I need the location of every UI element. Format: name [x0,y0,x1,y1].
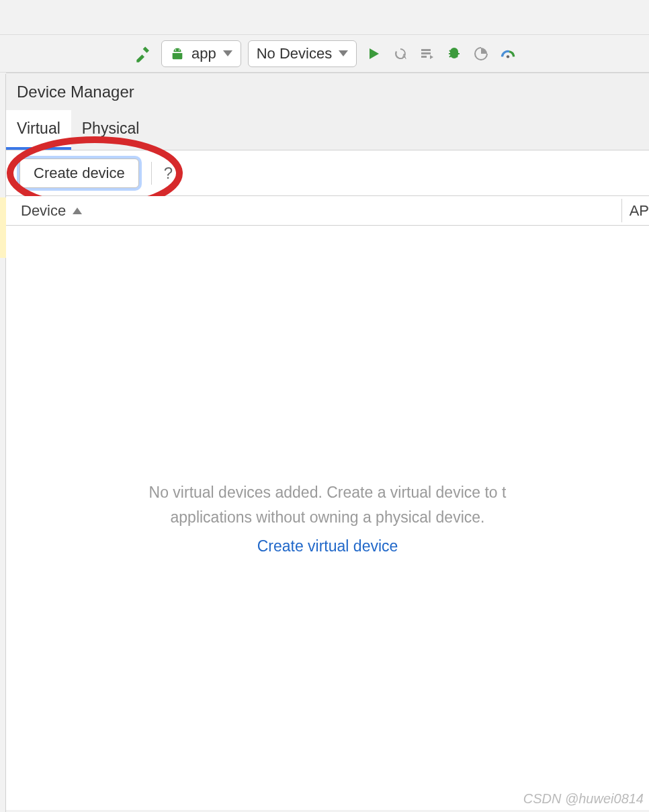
chevron-down-icon [339,50,348,56]
action-bar: Create device ? [6,150,649,196]
create-device-label: Create device [34,165,125,182]
svg-point-1 [179,49,180,50]
panel-title: Device Manager [17,83,134,101]
main-toolbar: app No Devices A [0,35,649,73]
watermark: CSDN @huwei0814 [523,791,644,807]
empty-message: No virtual devices added. Create a virtu… [149,480,507,530]
svg-point-4 [507,55,509,58]
android-icon [170,46,185,61]
empty-state: No virtual devices added. Create a virtu… [6,226,649,810]
panel-title-bar: Device Manager [6,73,649,110]
profiler-icon[interactable] [471,46,491,62]
apply-code-changes-icon[interactable] [417,46,437,62]
chevron-down-icon [223,50,232,56]
gutter-highlight [0,197,6,258]
column-device[interactable]: Device [21,202,66,220]
create-device-button[interactable]: Create device [19,159,139,188]
empty-line-2: applications without owning a physical d… [171,508,485,526]
top-gray-strip [0,0,649,35]
separator [151,162,152,185]
table-header: Device AP [6,196,649,226]
tab-physical-label: Physical [82,120,140,138]
column-divider [621,199,622,222]
empty-line-1: No virtual devices added. Create a virtu… [149,484,507,501]
svg-point-0 [175,49,176,50]
tab-virtual[interactable]: Virtual [6,110,71,150]
device-dropdown-label: No Devices [257,45,332,62]
build-icon[interactable] [134,44,155,63]
run-icon[interactable] [363,46,384,62]
sort-asc-icon [73,208,82,214]
run-config-dropdown[interactable]: app [161,40,241,67]
run-config-label: app [191,45,216,62]
gauge-icon[interactable] [498,45,518,62]
device-dropdown[interactable]: No Devices [248,40,357,67]
svg-point-3 [451,49,458,57]
create-virtual-device-link[interactable]: Create virtual device [257,537,398,555]
tab-virtual-label: Virtual [17,120,60,138]
debug-icon[interactable] [444,46,464,62]
apply-changes-icon[interactable]: A [390,46,410,62]
help-icon[interactable]: ? [164,164,173,183]
svg-text:A: A [402,53,406,60]
column-api[interactable]: AP [630,202,649,220]
device-tabs: Virtual Physical [6,110,649,150]
tab-physical[interactable]: Physical [71,110,150,150]
